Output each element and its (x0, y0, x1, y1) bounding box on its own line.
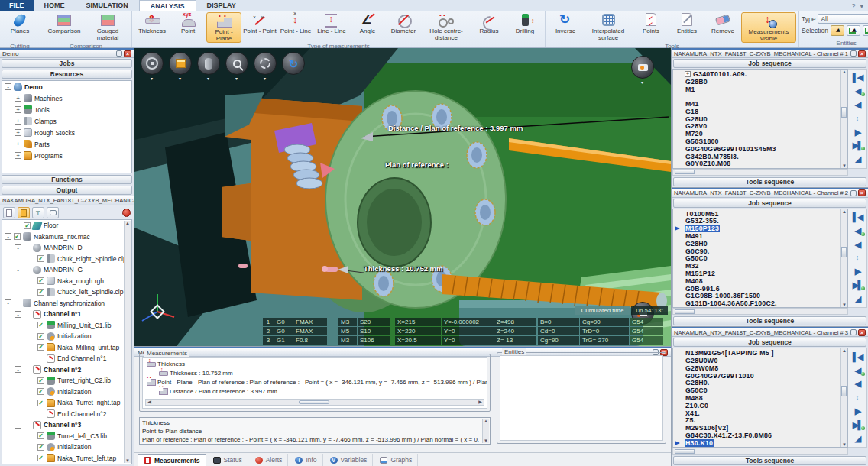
gcode-list[interactable]: N13M91G54[TAPPING M5 ] G28U0W0 (672, 348, 848, 448)
gcode-line[interactable]: G342B0.M785I3. (675, 153, 847, 160)
menu-tab[interactable]: HOME (34, 0, 76, 11)
code-hscrollbar[interactable] (672, 169, 848, 176)
camera-view-button[interactable]: ▾ (631, 56, 654, 79)
tree-item[interactable]: End Channel n°1 (2, 353, 131, 364)
job-sequence-bar[interactable]: Job sequence (673, 59, 866, 68)
collapse-ribbon-icon[interactable]: ▾ (860, 2, 863, 10)
refresh-button[interactable]: ↻ (282, 52, 305, 75)
expander-icon[interactable] (5, 83, 11, 90)
tree-item[interactable]: Demo (2, 81, 131, 92)
visibility-checkbox[interactable] (37, 333, 44, 340)
visibility-checkbox[interactable] (37, 344, 44, 351)
gcode-list[interactable]: G340T0101.A09. G28B0 (672, 69, 848, 169)
gcode-line[interactable]: M41 (675, 100, 847, 108)
point-point-button[interactable]: Point - Point (242, 12, 277, 43)
bottom-tab[interactable]: V Variables (325, 454, 374, 466)
expander-icon[interactable] (15, 141, 21, 147)
expander-icon[interactable] (15, 267, 21, 273)
close-icon[interactable]: × (858, 329, 866, 336)
step-back-button[interactable]: ◀ (850, 378, 865, 390)
step-back-button[interactable]: ◀ (850, 99, 865, 111)
gcode-line[interactable]: G0C90. (675, 248, 847, 255)
gcode-line[interactable]: G340T0101.A09. (675, 70, 847, 78)
gcode-line[interactable]: Z10.C0 (675, 402, 847, 409)
jobs-bar[interactable]: Jobs (2, 59, 132, 68)
visibility-checkbox[interactable] (37, 388, 44, 395)
expander-icon[interactable] (5, 299, 11, 306)
tree-item[interactable]: Clamps (2, 115, 131, 127)
radius-button[interactable]: Radius (471, 12, 507, 43)
visibility-checkbox[interactable] (37, 289, 44, 296)
menu-tab[interactable]: SIMULATION (76, 0, 139, 11)
scroll-up-icon[interactable]: ▲ (484, 419, 488, 423)
gcode-line[interactable]: Z5. (675, 417, 847, 425)
next-tool-button[interactable]: ▶▌ (850, 419, 865, 431)
expander-icon[interactable] (15, 422, 21, 429)
output-bar[interactable]: Output (2, 186, 132, 195)
gcode-line[interactable]: G28V0 (675, 123, 847, 131)
entities-button[interactable]: Entities (669, 12, 704, 43)
select-box-cursor-button[interactable]: ▲ (863, 25, 868, 36)
visibility-checkbox[interactable] (37, 255, 44, 262)
points-button[interactable]: Points (633, 12, 669, 43)
text-button[interactable]: T (32, 207, 44, 218)
gcode-line[interactable]: G1G98B-1000.36F1500 (675, 292, 847, 299)
tree-item[interactable]: MANDRIN_D (2, 242, 131, 254)
expander-icon[interactable] (5, 233, 11, 240)
expander-icon[interactable] (15, 129, 21, 136)
gcode-line[interactable]: G28H0. (675, 380, 847, 387)
expander-icon[interactable] (15, 118, 21, 125)
scroll-up-icon[interactable]: ▲ (125, 221, 130, 225)
gcode-line[interactable]: G53Z-355. (675, 217, 847, 225)
comment-button[interactable] (47, 207, 59, 218)
scroll-handle[interactable]: ↕ (850, 113, 865, 125)
viewport-3d[interactable]: ▾ ▾ ▾ ▾ ▾ ↻ ▾ Distance / Plan of referen… (134, 48, 671, 346)
visibility-checkbox[interactable] (37, 377, 44, 384)
expander-icon[interactable] (15, 106, 21, 113)
go-to-start-button[interactable]: ▌◀ (850, 351, 865, 363)
gcode-line[interactable]: G50C0 (675, 387, 847, 394)
menu-tab[interactable]: DISPLAY (196, 0, 247, 11)
job-sequence-bar[interactable]: Job sequence (673, 338, 866, 347)
comparison-button[interactable]: Comparison (43, 12, 86, 43)
step-back-button[interactable]: ◀ (850, 239, 865, 251)
tree-item[interactable]: Rough Stocks (2, 127, 131, 138)
expander-icon[interactable] (15, 95, 21, 102)
gcode-line[interactable] (675, 92, 847, 100)
bottom-tab[interactable]: Measurements (138, 454, 206, 466)
line-line-button[interactable]: Line - Line (314, 12, 349, 43)
type-select[interactable]: All▾ (818, 14, 868, 24)
go-to-end-button[interactable]: ◢ (850, 433, 865, 445)
gcode-line[interactable]: G50C0 (675, 254, 847, 262)
gcode-line[interactable]: G28U0W0 (675, 357, 847, 364)
gcode-line[interactable]: M50 (675, 307, 847, 308)
tools-sequence-bar[interactable]: Tools sequence (673, 177, 866, 186)
gcode-line[interactable]: G28H0 (675, 240, 847, 248)
close-icon[interactable]: × (858, 50, 866, 57)
gcode-line[interactable]: M1 (675, 86, 847, 93)
gcode-line[interactable]: M151P12 (675, 270, 847, 277)
close-icon[interactable]: × (858, 189, 866, 196)
pin-icon[interactable] (850, 329, 857, 335)
measurement-item[interactable]: Distance / Plan of reference : 3.997 mm (144, 387, 485, 396)
expander-icon[interactable] (15, 244, 21, 251)
tree-item[interactable]: Turret_left_C3.lib (2, 431, 131, 442)
display-mode-button[interactable]: ▾ (169, 52, 192, 75)
step-forward-button[interactable]: ▶ (850, 127, 865, 138)
scroll-handle[interactable]: ↕ (850, 392, 865, 403)
tools-sequence-bar[interactable]: Tools sequence (673, 456, 866, 465)
resources-bar[interactable]: Resources (2, 70, 132, 79)
selection-mode-button[interactable]: ▾ (254, 52, 277, 75)
tree-item[interactable]: Channel synchronization (2, 298, 131, 309)
stock-display-button[interactable]: ▾ (197, 52, 220, 75)
view-orientation-button[interactable]: ▾ (141, 52, 164, 75)
gcode-line[interactable]: G84C30.X41.Z-13.F0.8M86 (675, 432, 847, 439)
previous-tool-button[interactable]: ◀ (850, 365, 865, 377)
gcode-line[interactable]: M491 (675, 232, 847, 240)
gcode-line[interactable]: T0100M51 (675, 210, 847, 218)
go-to-start-button[interactable]: ▌◀ (850, 72, 865, 83)
tree-item[interactable]: Initialization (2, 331, 131, 342)
record-icon[interactable] (122, 209, 131, 217)
measurement-item[interactable]: Point - Plane - Plan of reference : Plan… (144, 377, 485, 387)
tree-item[interactable]: Turret_right_C2.lib (2, 375, 131, 387)
